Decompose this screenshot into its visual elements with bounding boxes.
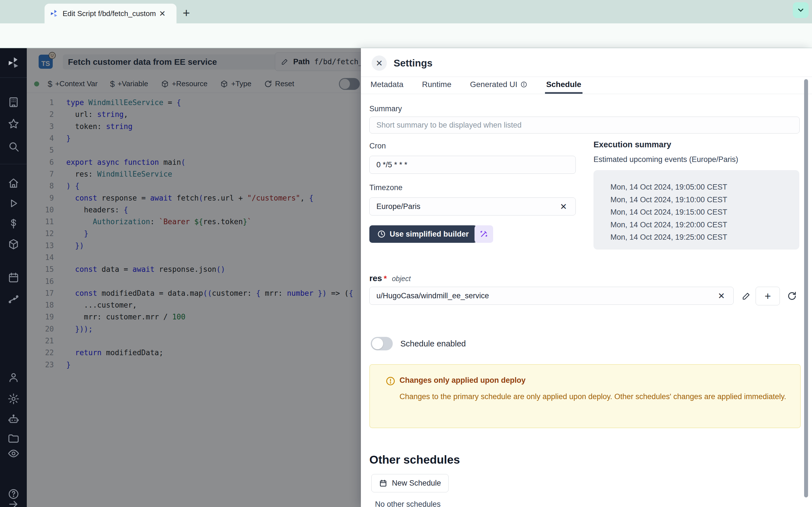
app-sidebar [0, 48, 27, 507]
clock-icon [377, 230, 386, 238]
upcoming-event: Mon, 14 Oct 2024, 19:20:00 CEST [610, 219, 799, 231]
window-chevron-button[interactable] [793, 2, 809, 18]
settings-tabs: MetadataRuntimeGenerated UISchedule [369, 77, 582, 94]
windmill-logo[interactable] [7, 56, 20, 69]
simplified-builder-button[interactable]: Use simplified builder [369, 225, 477, 243]
execution-summary-subtitle: Estimated upcoming events (Europe/Paris) [594, 155, 738, 164]
warning-title: Changes only applied upon deploy [400, 376, 525, 385]
deploy-warning-box: Changes only applied upon deploy Changes… [369, 364, 801, 428]
tab-runtime[interactable]: Runtime [421, 77, 453, 94]
workers-icon[interactable] [7, 413, 20, 426]
new-schedule-button[interactable]: New Schedule [371, 474, 449, 492]
user-icon[interactable] [7, 371, 20, 384]
workspace-icon[interactable] [7, 96, 20, 108]
upcoming-events-box: Mon, 14 Oct 2024, 19:05:00 CESTMon, 14 O… [594, 170, 799, 249]
runs-icon[interactable] [7, 197, 20, 210]
home-icon[interactable] [7, 177, 20, 189]
sidebar-divider [0, 164, 27, 164]
res-field-label: res * object [369, 274, 411, 283]
res-clear-icon[interactable]: ✕ [718, 291, 725, 301]
audit-icon[interactable] [7, 447, 20, 460]
folders-icon[interactable] [7, 432, 20, 445]
summary-input[interactable] [369, 117, 800, 133]
timezone-input[interactable] [369, 198, 576, 216]
tab-generated-ui[interactable]: Generated UI [469, 77, 529, 94]
new-tab-button[interactable]: + [183, 7, 190, 18]
chevron-down-icon [797, 6, 805, 14]
tab-close-icon[interactable]: ✕ [159, 9, 165, 18]
sidebar-divider [0, 77, 27, 78]
settings-drawer: ✕ Settings MetadataRuntimeGenerated UISc… [361, 48, 812, 507]
timezone-clear-icon[interactable]: ✕ [560, 202, 567, 212]
upcoming-event: Mon, 14 Oct 2024, 19:25:00 CEST [610, 231, 799, 244]
settings-icon[interactable] [7, 393, 20, 405]
browser-tab[interactable]: Edit Script f/bd/fetch_custom ✕ [45, 4, 176, 23]
settings-title: Settings [394, 57, 433, 69]
no-other-schedules-text: No other schedules [375, 500, 441, 507]
resources-icon[interactable] [7, 238, 20, 250]
timezone-label: Timezone [369, 183, 403, 192]
modal-dim-overlay [27, 48, 361, 507]
upcoming-event: Mon, 14 Oct 2024, 19:10:00 CEST [610, 193, 799, 206]
res-add-button[interactable]: + [756, 287, 780, 305]
other-schedules-title: Other schedules [369, 453, 460, 466]
tab-metadata[interactable]: Metadata [369, 77, 405, 94]
warning-icon [386, 376, 396, 386]
divider [361, 94, 812, 94]
upcoming-event: Mon, 14 Oct 2024, 19:15:00 CEST [610, 206, 799, 219]
screen: Edit Script f/bd/fetch_custom ✕ + app.wi… [0, 0, 812, 507]
upcoming-event: Mon, 14 Oct 2024, 19:05:00 CEST [610, 181, 799, 193]
browser-toolbar: app.windmill.dev/scripts/edit/f/bd/fetch… [0, 23, 812, 48]
windmill-favicon [50, 9, 59, 18]
cron-input[interactable] [369, 156, 576, 174]
res-type: object [392, 275, 411, 283]
favorites-icon[interactable] [7, 118, 20, 130]
browser-tab-strip: Edit Script f/bd/fetch_custom ✕ + [0, 0, 812, 23]
calendar-icon [379, 479, 388, 488]
res-edit-pencil-icon[interactable] [739, 289, 753, 303]
res-refresh-icon[interactable] [785, 289, 799, 303]
variables-icon[interactable] [7, 217, 20, 230]
search-icon[interactable] [7, 140, 20, 153]
script-editor-region: TS Fetch customer data from EE service P… [27, 48, 361, 507]
ai-cron-button[interactable] [474, 225, 493, 243]
magic-wand-icon [479, 229, 489, 239]
summary-label: Summary [369, 105, 402, 113]
tab-schedule[interactable]: Schedule [545, 77, 582, 94]
info-icon [520, 81, 527, 88]
schedules-icon[interactable] [7, 272, 20, 284]
required-asterisk: * [384, 274, 387, 283]
cron-label: Cron [369, 142, 386, 151]
collapse-icon[interactable] [7, 498, 20, 507]
execution-summary-title: Execution summary [594, 140, 671, 149]
schedule-enabled-toggle[interactable] [371, 337, 393, 350]
res-resource-input[interactable] [369, 287, 733, 305]
tab-title: Edit Script f/bd/fetch_custom [63, 9, 156, 18]
schedule-enabled-label: Schedule enabled [400, 339, 466, 348]
res-name: res [369, 274, 382, 283]
flows-icon[interactable] [7, 293, 20, 305]
panel-scrollbar[interactable] [804, 79, 808, 497]
warning-body: Changes to the primary schedule are only… [400, 391, 789, 402]
simplified-builder-label: Use simplified builder [390, 230, 469, 238]
close-icon[interactable]: ✕ [371, 55, 387, 71]
new-schedule-label: New Schedule [392, 479, 441, 488]
